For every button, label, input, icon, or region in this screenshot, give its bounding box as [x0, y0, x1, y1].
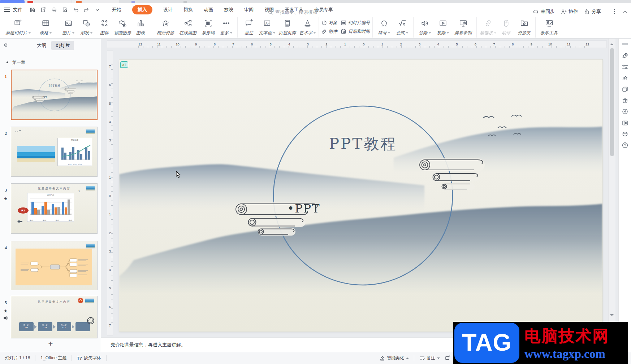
tab-transition[interactable]: 切换 — [183, 6, 193, 13]
calendar-clock-icon — [341, 29, 346, 34]
teaching-tools-button[interactable]: 教学工具 — [538, 18, 560, 37]
table-button[interactable]: 表格 — [37, 18, 54, 37]
sync-status-button[interactable]: 未同步 — [533, 8, 555, 15]
video-button[interactable]: 视频 — [434, 18, 451, 37]
wordart-button[interactable]: 艺术字 — [299, 18, 316, 37]
share-button[interactable]: 分享 — [584, 8, 601, 15]
video-icon — [438, 19, 448, 29]
slide-thumbnail-4[interactable] — [11, 241, 98, 290]
chart-button[interactable]: 图表 — [132, 18, 149, 37]
customize-toolbar-button[interactable] — [92, 5, 102, 14]
resource-folder-button[interactable]: 资源夹 — [515, 18, 533, 37]
sliders-icon — [622, 63, 628, 70]
slide-thumbnail-5[interactable]: 这里是举例文本内容 O 第一步:XXX 第二步:XXX 第三步:XXX — [11, 296, 98, 338]
file-menu[interactable]: 文件 — [13, 6, 22, 13]
horizontal-ruler[interactable]: 1211109876543210123456789101112 — [107, 40, 607, 48]
formula-button[interactable]: 公式 — [393, 18, 411, 37]
docer-resources-button[interactable]: 稻壳资源 — [155, 18, 176, 37]
tab-home[interactable]: 开始 — [112, 6, 121, 13]
smart-design-button[interactable] — [622, 52, 628, 59]
tab-slideshow[interactable]: 放映 — [224, 6, 233, 13]
undo-button[interactable] — [71, 5, 80, 14]
scroll-down-icon[interactable] — [610, 314, 614, 318]
insert-object-button[interactable]: 对象 — [321, 20, 337, 26]
tab-animation[interactable]: 动画 — [204, 6, 213, 13]
date-time-button[interactable]: 日期和时间 — [341, 28, 370, 35]
symbol-button[interactable]: 符号 — [375, 18, 393, 37]
command-search[interactable]: 查找命令、搜索模板 — [268, 9, 317, 16]
object-properties-button[interactable] — [622, 63, 628, 70]
notes-toggle-button[interactable]: 备注 — [419, 355, 440, 361]
docer-panel-button[interactable] — [622, 97, 628, 104]
reference-button[interactable] — [622, 119, 628, 126]
collapse-ribbon-button[interactable] — [622, 9, 628, 15]
header-footer-button[interactable]: 页眉页脚 — [276, 18, 298, 37]
one-key-beautify-button[interactable] — [622, 75, 628, 82]
slide-number-button[interactable]: 幻灯片编号 — [341, 20, 370, 26]
section-header[interactable]: 第一章 — [7, 60, 25, 66]
screen-record-icon — [459, 19, 468, 29]
more-options-button[interactable] — [613, 9, 616, 14]
help-button[interactable] — [622, 142, 628, 149]
inspiration-button[interactable] — [622, 108, 628, 115]
hamburger-menu-icon[interactable] — [4, 8, 10, 12]
add-slide-button[interactable]: + — [43, 339, 59, 350]
print-button[interactable] — [49, 5, 59, 14]
scrollbar-thumb[interactable] — [610, 48, 614, 156]
slide-layout-button[interactable] — [622, 86, 628, 93]
new-slide-button[interactable]: 新建幻灯片 — [5, 18, 31, 37]
undo-icon — [73, 7, 79, 13]
book-search-icon — [622, 119, 628, 126]
template-logo — [86, 186, 95, 191]
box-icon — [622, 131, 628, 137]
missing-font-button[interactable]: T? 缺失字体 — [77, 355, 101, 361]
export-button[interactable] — [38, 5, 48, 14]
ppt-file-icon — [76, 1, 82, 3]
slide-thumbnail-3[interactable]: 这里是举例文本内容 3 XXX产品 类别1类别2类别3类别4 P3 — [11, 183, 98, 234]
tab-slides[interactable]: 幻灯片 — [51, 41, 74, 50]
collapse-panel-button[interactable] — [3, 43, 8, 49]
cover-mini — [12, 70, 97, 119]
hyperlink-button[interactable]: 超链接 — [479, 18, 497, 37]
smartart-button[interactable]: 智能图形 — [114, 18, 131, 37]
vertical-scrollbar[interactable] — [608, 39, 615, 337]
wordart-icon — [303, 19, 312, 29]
slide-number: 5 — [5, 300, 10, 306]
tab-outline[interactable]: 大纲 — [33, 41, 51, 50]
material-box-button[interactable] — [622, 131, 628, 137]
print-preview-button[interactable] — [60, 5, 69, 14]
slide-canvas[interactable]: a1 — [119, 60, 602, 332]
picture-button[interactable]: 图片 — [60, 18, 77, 37]
redo-button[interactable] — [82, 5, 91, 14]
object-icon — [321, 20, 327, 26]
sidebar-drag-handle[interactable] — [622, 43, 628, 45]
search-icon — [268, 10, 273, 15]
textbox-button[interactable]: A 文本框 — [258, 18, 276, 37]
comment-button[interactable]: 批注 — [240, 18, 258, 37]
theme-name[interactable]: 1_Office 主题 — [40, 355, 66, 361]
online-mindmap-button[interactable]: 在线脑图 — [177, 18, 199, 37]
slide-thumbnail-2[interactable]: 图表标题 系列1系列2系列3 — [11, 127, 98, 177]
audio-comment-badge[interactable]: a1 — [120, 61, 128, 68]
new-note-button[interactable] — [445, 355, 450, 361]
menu-bar: 文件 开始 插入 设计 切换 动画 放映 审阅 视图 开发工具 会员专享 查找命… — [0, 3, 631, 16]
vertical-ruler[interactable]: 765432101234567 — [107, 51, 113, 336]
collaborate-button[interactable]: 协作 — [561, 8, 578, 15]
action-button[interactable]: 动作 — [497, 18, 515, 37]
screen-record-button[interactable]: 屏幕录制 — [452, 18, 474, 37]
tab-design[interactable]: 设计 — [163, 6, 173, 13]
save-icon — [29, 7, 35, 13]
shapes-button[interactable]: 形状 — [78, 18, 95, 37]
window-tab-home[interactable] — [0, 0, 25, 3]
icon-library-button[interactable]: 图标 — [96, 18, 113, 37]
more-insert-button[interactable]: 更多 — [217, 18, 235, 37]
save-button[interactable] — [27, 5, 37, 14]
audio-button[interactable]: 音频 — [416, 18, 433, 37]
tab-review[interactable]: 审阅 — [244, 6, 254, 13]
insert-attachment-button[interactable]: 附件 — [321, 28, 337, 35]
slide-thumbnail-1[interactable] — [11, 70, 98, 120]
scroll-up-icon[interactable] — [610, 41, 614, 45]
tab-insert[interactable]: 插入 — [132, 5, 152, 14]
smart-beautify-button[interactable]: 智能美化 — [380, 355, 409, 361]
barcode-button[interactable]: 条形码 — [199, 18, 217, 37]
